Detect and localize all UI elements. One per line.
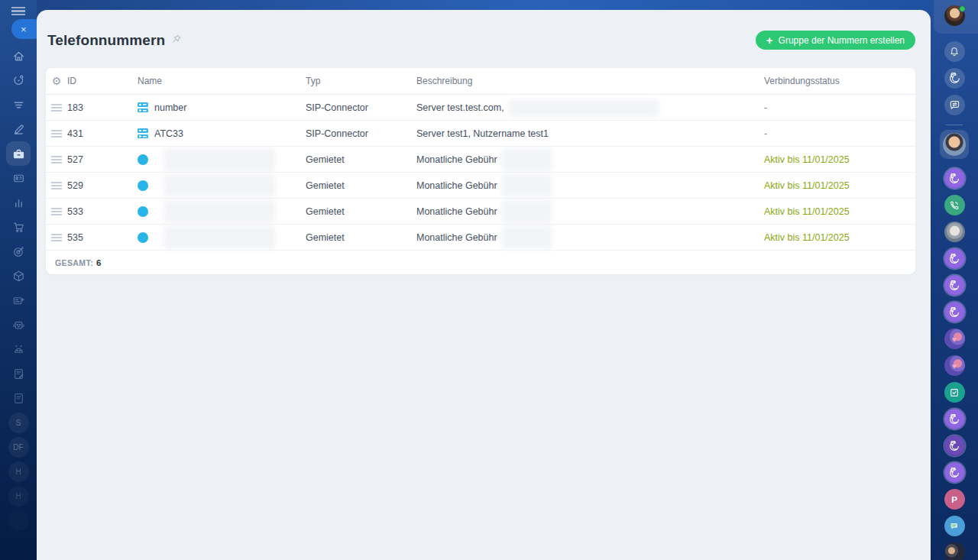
dollar-icon: [138, 180, 148, 191]
chat-item[interactable]: [944, 542, 965, 560]
cell-status: -: [764, 121, 915, 146]
workspace-avatar-h2[interactable]: H: [8, 486, 29, 507]
chat-icon: [944, 516, 965, 536]
pin-icon[interactable]: [171, 34, 182, 47]
table-row[interactable]: 183 number SIP-Connector Server test.tes…: [46, 95, 915, 121]
create-button-label: Gruppe der Nummern erstellen: [779, 35, 905, 46]
table-header-row: ⚙ ID Name Typ Beschreibung Verbindungsst…: [46, 68, 915, 95]
workspace-avatar-s[interactable]: S: [8, 413, 29, 433]
column-header-id[interactable]: ID: [67, 68, 138, 94]
main-panel: Telefonnummern + Gruppe der Nummern erst…: [37, 10, 931, 560]
column-header-type[interactable]: Typ: [306, 68, 416, 94]
create-number-group-button[interactable]: + Gruppe der Nummern erstellen: [756, 31, 915, 50]
chat-item[interactable]: P: [944, 489, 965, 510]
cell-id: 529: [67, 173, 138, 198]
chat-item[interactable]: [944, 168, 965, 189]
chat-item[interactable]: [944, 462, 965, 483]
redacted-text: [502, 148, 552, 171]
chat-item[interactable]: [944, 516, 965, 536]
cell-id: 533: [67, 199, 138, 224]
cell-status: Aktiv bis 11/01/2025: [764, 225, 915, 250]
hearts-avatar: ♥: [944, 329, 965, 349]
workspace-avatar-extra[interactable]: [8, 510, 29, 531]
table-row[interactable]: 535 Gemietet Monatliche Gebühr Aktiv bis…: [46, 225, 915, 251]
check-square-icon: [944, 382, 965, 403]
robot-icon: [12, 319, 25, 332]
cell-description: Monatliche Gebühr: [416, 147, 764, 172]
bar-chart-icon: [12, 196, 25, 209]
chat-item[interactable]: [944, 275, 965, 296]
sidebar-item-shop[interactable]: [6, 215, 31, 239]
sidebar-item-phone-numbers[interactable]: [6, 141, 31, 166]
cell-description: Monatliche Gebühr: [416, 173, 764, 198]
drag-handle-icon[interactable]: [51, 156, 62, 163]
sidebar-item-bots[interactable]: [6, 337, 31, 361]
sidebar-item-contacts[interactable]: [6, 166, 31, 190]
redacted-text: [509, 99, 659, 116]
chat-item[interactable]: [944, 222, 965, 242]
sidebar-item-goals[interactable]: [6, 239, 31, 264]
plus-icon: +: [766, 34, 773, 46]
chat-sync-icon: [944, 95, 965, 115]
chat-item[interactable]: [944, 409, 965, 429]
column-header-description[interactable]: Beschreibung: [416, 68, 764, 94]
drag-handle-icon[interactable]: [51, 182, 62, 189]
sidebar-item-home[interactable]: [6, 44, 31, 68]
redacted-text: [164, 148, 275, 171]
sidebar-item-edit[interactable]: [6, 117, 31, 141]
cell-id: 535: [67, 225, 138, 250]
sidebar-item-documents[interactable]: [6, 386, 31, 410]
chat-item[interactable]: [944, 302, 965, 322]
sidebar-item-connections[interactable]: [6, 92, 31, 117]
drag-handle-icon[interactable]: [51, 104, 62, 112]
cart-icon: [12, 221, 25, 234]
chat-item[interactable]: [944, 382, 965, 403]
column-header-status[interactable]: Verbindungsstatus: [764, 68, 915, 94]
workspace-avatar-df[interactable]: DF: [8, 437, 29, 458]
cell-type: Gemietet: [306, 173, 416, 198]
table-row[interactable]: 533 Gemietet Monatliche Gebühr Aktiv bis…: [46, 199, 915, 225]
column-header-name[interactable]: Name: [138, 68, 306, 94]
drag-handle-icon[interactable]: [51, 208, 62, 215]
menu-icon[interactable]: [11, 7, 25, 15]
sidebar-item-products[interactable]: [6, 264, 31, 288]
calls-widget-button[interactable]: [944, 68, 965, 89]
target-icon: [12, 245, 25, 258]
column-settings-gear-icon[interactable]: ⚙: [52, 76, 62, 86]
sidebar-item-documents-edit[interactable]: [6, 361, 31, 386]
total-value: 6: [96, 258, 101, 267]
notifications-button[interactable]: [944, 41, 965, 62]
table-row[interactable]: 527 Gemietet Monatliche Gebühr Aktiv bis…: [46, 147, 915, 173]
dollar-icon: [138, 154, 148, 165]
chat-item[interactable]: ♥: [944, 329, 965, 349]
table-row[interactable]: 431 ATC33 SIP-Connector Server test1, Nu…: [46, 121, 915, 147]
cell-type: Gemietet: [306, 199, 416, 224]
user-profile-button[interactable]: [944, 5, 965, 26]
chat-item[interactable]: [944, 435, 965, 456]
right-sidebar: ♥ ♥ P: [931, 0, 978, 560]
chat-avatar: [943, 133, 966, 156]
sidebar-item-cards[interactable]: [6, 288, 31, 312]
sidebar-item-network[interactable]: [6, 68, 31, 92]
package-icon: [12, 270, 25, 283]
sidebar-divider: [946, 125, 963, 125]
close-icon: ×: [21, 24, 27, 35]
active-chat-button[interactable]: [940, 130, 969, 159]
sidebar-item-devices[interactable]: [6, 312, 31, 337]
cell-status: Aktiv bis 11/01/2025: [764, 173, 915, 198]
cell-name[interactable]: number: [154, 102, 186, 113]
redacted-text: [164, 226, 275, 249]
total-label: GESAMT:: [55, 258, 93, 267]
drag-handle-icon[interactable]: [51, 130, 62, 138]
drag-handle-icon[interactable]: [51, 234, 62, 241]
workspace-avatar-h1[interactable]: H: [8, 461, 29, 482]
chat-sync-button[interactable]: [944, 95, 965, 115]
table-row[interactable]: 529 Gemietet Monatliche Gebühr Aktiv bis…: [46, 173, 915, 199]
online-status-dot: [959, 5, 966, 12]
briefcase-icon: [12, 147, 25, 160]
chat-item[interactable]: ♥: [944, 355, 965, 376]
chat-item[interactable]: [944, 248, 965, 269]
cell-name[interactable]: ATC33: [154, 128, 183, 139]
sidebar-item-statistics[interactable]: [6, 190, 31, 215]
chat-item[interactable]: [944, 195, 965, 215]
